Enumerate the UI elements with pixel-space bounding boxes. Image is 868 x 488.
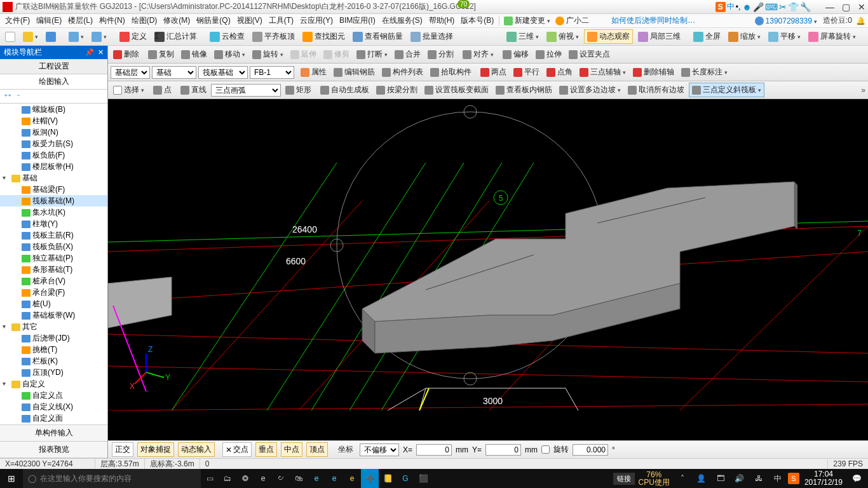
dyninput-toggle[interactable]: 动态输入 <box>178 442 215 457</box>
tree-item[interactable]: 螺旋板(B) <box>0 104 107 115</box>
task-app1-icon[interactable]: ➕ <box>361 469 379 488</box>
menu-component[interactable]: 构件(N) <box>97 14 128 27</box>
tree-item[interactable]: 柱帽(V) <box>0 115 107 126</box>
task-red-icon[interactable]: ⬛ <box>414 469 432 488</box>
tree-item[interactable]: 楼层板带(H) <box>0 161 107 172</box>
tray-lang[interactable]: 中 <box>769 469 787 488</box>
sidebar-tab-draw[interactable]: 绘图输入 <box>0 74 107 90</box>
rotate-checkbox[interactable] <box>541 445 550 454</box>
parallel-button[interactable]: 平行 <box>511 65 542 79</box>
viewport-3d[interactable]: 5 7 <box>108 99 868 440</box>
tree-item[interactable]: 筏板负筋(X) <box>0 241 107 252</box>
tree-item[interactable]: 尺寸标注(W) <box>0 424 107 424</box>
ortho-toggle[interactable]: 正交 <box>112 442 133 457</box>
dynamic-view-button[interactable]: 动态观察 <box>584 29 633 44</box>
local-3d-button[interactable]: 局部三维 <box>635 30 683 43</box>
tree-item[interactable]: 压顶(YD) <box>0 367 107 378</box>
minimize-button[interactable]: — <box>825 2 834 12</box>
menu-view[interactable]: 视图(V) <box>234 14 265 27</box>
sidebar-foot-report[interactable]: 报表预览 <box>0 442 107 458</box>
task-explorer-icon[interactable]: 🗂 <box>219 469 236 488</box>
merge-button[interactable]: 合并 <box>392 48 423 61</box>
task-edge-icon[interactable]: e <box>254 469 272 488</box>
tray-net-icon[interactable]: 🖧 <box>750 469 768 488</box>
grip-button[interactable]: 设置夹点 <box>566 48 613 61</box>
type-combo[interactable]: 筏板基础 <box>198 66 248 79</box>
task-ie2-icon[interactable]: e <box>343 469 361 488</box>
collapse-icon[interactable]: ⁻ <box>17 92 20 101</box>
tree-item[interactable]: 板受力筋(S) <box>0 138 107 149</box>
user-button[interactable]: 广小二 <box>553 15 591 27</box>
maximize-button[interactable]: ▢ <box>842 2 850 12</box>
tray-up-icon[interactable]: ˄ <box>674 469 691 488</box>
menu-bim[interactable]: BIM应用(I) <box>337 14 378 27</box>
task-store-icon[interactable]: 🛍 <box>290 469 308 488</box>
tray-notif-icon[interactable]: 💬 <box>848 469 865 488</box>
pick-component-button[interactable]: 拾取构件 <box>428 65 474 79</box>
tray-user-icon[interactable]: 👤 <box>693 469 710 488</box>
tree-item[interactable]: 桩承台(V) <box>0 275 107 287</box>
screen-rotate-button[interactable]: 屏幕旋转 <box>806 30 858 43</box>
line-tool[interactable]: 直线 <box>178 83 209 97</box>
menu-help[interactable]: 帮助(H) <box>426 14 458 27</box>
new-change-button[interactable]: 新建变更 <box>502 15 552 27</box>
task-edge2-icon[interactable]: e <box>308 469 325 488</box>
move-button[interactable]: 移动 <box>212 48 248 61</box>
3d-button[interactable]: 三维 <box>504 30 541 43</box>
new-button[interactable] <box>3 30 18 43</box>
y-input[interactable] <box>485 444 521 456</box>
tree-item[interactable]: 自定义线(X) <box>0 401 107 412</box>
rotate-input[interactable] <box>573 444 608 456</box>
tree-item[interactable]: 筏板基础(M) <box>0 195 107 207</box>
tree-item[interactable]: 后浇带(JD) <box>0 332 107 344</box>
edit-rebar-button[interactable]: 编辑钢筋 <box>331 65 377 79</box>
tree-item[interactable]: 基础板带(W) <box>0 309 107 321</box>
tree-item[interactable]: 柱墩(Y) <box>0 218 107 229</box>
tree-item[interactable]: 条形基础(T) <box>0 264 107 275</box>
menu-online[interactable]: 在线服务(S) <box>379 14 425 27</box>
undo-button[interactable] <box>66 30 86 43</box>
rotate-button[interactable]: 旋转 <box>250 48 286 61</box>
auto-slab-button[interactable]: 自动生成板 <box>318 83 372 97</box>
snap-mid[interactable]: 中点 <box>281 442 302 457</box>
task-g-icon[interactable]: G <box>397 469 414 488</box>
multi-edge-button[interactable]: 设置多边边坡 <box>557 83 623 97</box>
del-aux-button[interactable]: 删除辅轴 <box>630 65 677 79</box>
tray-link[interactable]: 链接 <box>613 473 635 485</box>
sidebar-tab-project[interactable]: 工程设置 <box>0 59 107 74</box>
pan-button[interactable]: 平移 <box>766 30 803 43</box>
tree-item[interactable]: 挑檐(T) <box>0 344 107 355</box>
offset-button[interactable]: 偏移 <box>500 48 531 61</box>
menu-tools[interactable]: 工具(T) <box>266 14 296 27</box>
zoom-button[interactable]: 缩放 <box>726 30 763 43</box>
phone-label[interactable]: 13907298339 <box>753 16 819 26</box>
split-button[interactable]: 分割 <box>425 48 456 61</box>
floor-combo[interactable]: 基础层 <box>111 66 150 79</box>
attr-button[interactable]: 属性 <box>298 65 329 79</box>
help-tip-link[interactable]: 如何使后浇带同时绘制… <box>611 15 695 26</box>
snap-vertex[interactable]: 顶点 <box>306 442 328 457</box>
pin-icon[interactable]: 📌 <box>85 48 94 57</box>
two-point-button[interactable]: 两点 <box>478 65 509 79</box>
start-button[interactable]: ⊞ <box>0 473 23 484</box>
ime-tools[interactable]: ☻🎤⌨✂👕🔧 <box>742 2 811 12</box>
x-input[interactable] <box>416 444 452 456</box>
sum-calc-button[interactable]: Σ汇总计算 <box>152 30 200 43</box>
tree-item[interactable]: 板负筋(F) <box>0 149 107 161</box>
menu-file[interactable]: 文件(F) <box>3 14 32 27</box>
tree-item[interactable]: 承台梁(F) <box>0 287 107 298</box>
copy-button[interactable]: 复制 <box>146 48 177 61</box>
tree-cat-foundation[interactable]: 基础 <box>0 172 107 184</box>
cancel-slope-button[interactable]: 取消所有边坡 <box>625 83 687 97</box>
select-tool[interactable]: 选择 <box>111 83 147 97</box>
osnap-toggle[interactable]: 对象捕捉 <box>137 442 174 457</box>
split-by-beam-button[interactable]: 按梁分割 <box>374 83 420 97</box>
top-view-button[interactable]: 俯视 <box>544 30 581 43</box>
category-combo[interactable]: 基础 <box>152 66 196 79</box>
three-aux-button[interactable]: 三点辅轴 <box>577 65 628 79</box>
tree-item[interactable]: 自定义点 <box>0 390 107 401</box>
menu-cloud[interactable]: 云应用(Y) <box>297 14 336 27</box>
align-button[interactable]: 对齐 <box>460 48 496 61</box>
three-point-slope-button[interactable]: 三点定义斜筏板 <box>689 83 764 97</box>
delete-button[interactable]: 删除 <box>111 48 142 61</box>
